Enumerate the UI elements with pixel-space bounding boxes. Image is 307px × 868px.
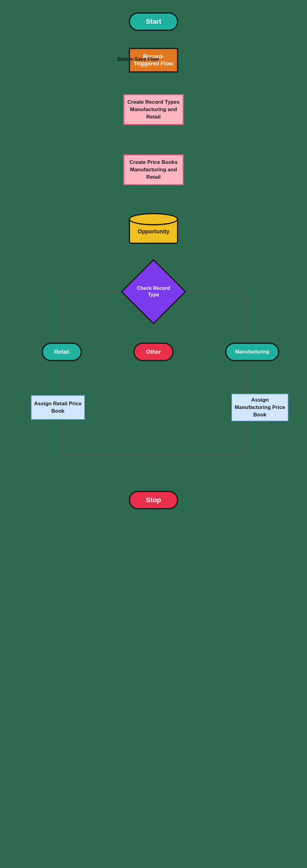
start-node: Start bbox=[129, 12, 178, 31]
cylinder-shape: Opportunity bbox=[129, 213, 178, 244]
before-save-annotation: Before-Save Flow bbox=[117, 57, 159, 62]
retail-node: Retail bbox=[42, 343, 82, 361]
manufacturing-label: Manufacturing bbox=[235, 349, 269, 355]
stop-node: Stop bbox=[129, 491, 178, 509]
manufacturing-node: Manufacturing bbox=[225, 343, 279, 361]
assign-mfg-label: Assign Manufacturing Price Book bbox=[235, 396, 285, 418]
other-label: Other bbox=[146, 349, 161, 355]
start-label: Start bbox=[146, 18, 161, 26]
check-record-label: Check Record Type bbox=[136, 285, 171, 298]
cylinder-top bbox=[129, 213, 178, 225]
create-record-types-node: Create Record Types Manufacturing and Re… bbox=[124, 94, 184, 125]
assign-retail-label: Assign Retail Price Book bbox=[34, 400, 82, 415]
retail-label: Retail bbox=[54, 349, 69, 355]
create-price-books-node: Create Price Books Manufacturing and Ret… bbox=[124, 154, 184, 185]
other-node: Other bbox=[133, 343, 174, 361]
assign-manufacturing-node: Assign Manufacturing Price Book bbox=[231, 394, 288, 421]
assign-retail-node: Assign Retail Price Book bbox=[31, 395, 85, 420]
check-record-type-node: Check Record Type bbox=[127, 266, 180, 318]
create-price-label: Create Price Books Manufacturing and Ret… bbox=[127, 159, 180, 181]
opportunity-label: Opportunity bbox=[138, 228, 170, 235]
opportunity-node: Opportunity bbox=[129, 213, 178, 244]
create-record-label: Create Record Types Manufacturing and Re… bbox=[127, 98, 180, 120]
stop-label: Stop bbox=[146, 496, 161, 504]
flowchart: Start Record-Triggered Flow Before-Save … bbox=[0, 0, 307, 868]
